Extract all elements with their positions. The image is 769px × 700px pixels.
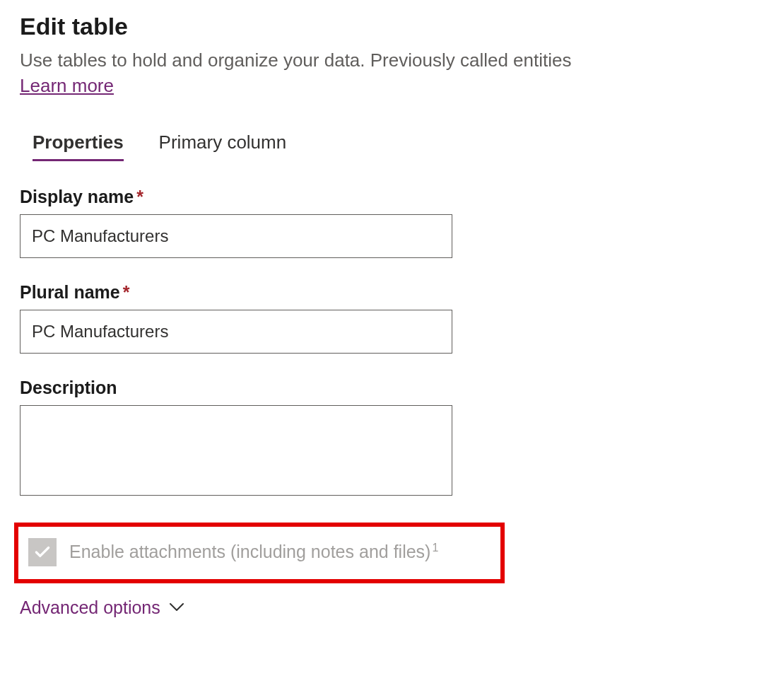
page-title: Edit table [20, 13, 749, 40]
enable-attachments-checkbox [28, 538, 57, 566]
description-input[interactable] [20, 405, 452, 496]
plural-name-input[interactable] [20, 310, 452, 354]
required-marker: * [136, 187, 143, 206]
enable-attachments-row: Enable attachments (including notes and … [28, 538, 491, 566]
page-subtitle: Use tables to hold and organize your dat… [20, 49, 571, 71]
description-group: Description [20, 378, 749, 498]
enable-attachments-label: Enable attachments (including notes and … [69, 542, 438, 562]
plural-name-label: Plural name* [20, 282, 749, 303]
chevron-down-icon [169, 602, 184, 612]
advanced-options-toggle[interactable]: Advanced options [20, 597, 749, 618]
required-marker: * [123, 282, 130, 302]
display-name-label: Display name* [20, 187, 749, 207]
advanced-options-label: Advanced options [20, 597, 160, 618]
tab-properties[interactable]: Properties [33, 132, 124, 161]
tab-primary-column[interactable]: Primary column [159, 132, 287, 161]
display-name-input[interactable] [20, 214, 452, 258]
display-name-group: Display name* [20, 187, 749, 258]
page-subtitle-row: Use tables to hold and organize your dat… [20, 47, 749, 99]
checkmark-icon [33, 543, 52, 561]
learn-more-link[interactable]: Learn more [20, 73, 114, 98]
description-label: Description [20, 378, 749, 398]
footnote-marker: 1 [432, 542, 438, 554]
plural-name-group: Plural name* [20, 282, 749, 354]
tabs: Properties Primary column [20, 132, 749, 161]
highlight-annotation: Enable attachments (including notes and … [14, 523, 505, 583]
